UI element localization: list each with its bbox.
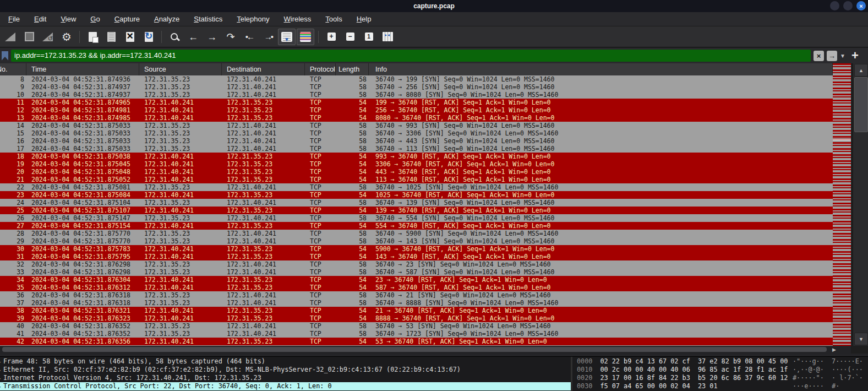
scroll-down-arrow[interactable]: ▼ — [854, 333, 868, 345]
packet-row[interactable]: 20 2024-03-04 04:52:31.875048 172.31.40.… — [0, 168, 833, 176]
capture-options-button[interactable] — [58, 29, 75, 45]
detail-line[interactable]: ▸Ethernet II, Src: 02:cf:37:e2:82:b9 (02… — [0, 366, 571, 374]
column-header-destination[interactable]: Destination — [222, 63, 305, 75]
colorize-button[interactable] — [297, 29, 314, 45]
stop-capture-button[interactable] — [20, 29, 38, 45]
intelligent-scrollbar-minimap[interactable] — [833, 63, 851, 346]
column-header-length[interactable]: Length — [336, 63, 369, 75]
packet-row[interactable]: 11 2024-03-04 04:52:31.874965 172.31.40.… — [0, 99, 833, 106]
menu-go[interactable]: Go — [83, 15, 107, 23]
packet-row[interactable]: 15 2024-03-04 04:52:31.875033 172.31.35.… — [0, 129, 833, 137]
filter-bookmark-icon[interactable] — [2, 51, 8, 61]
go-first-button[interactable] — [241, 29, 258, 45]
close-button[interactable]: × — [856, 1, 866, 10]
packet-row[interactable]: 42 2024-03-04 04:52:31.876356 172.31.40.… — [0, 338, 833, 345]
close-file-button[interactable] — [121, 29, 139, 45]
zoom-in-button[interactable] — [323, 29, 340, 45]
column-header-source[interactable]: Source — [139, 63, 222, 75]
go-last-button[interactable] — [259, 29, 277, 45]
packet-row[interactable]: 18 2024-03-04 04:52:31.875038 172.31.40.… — [0, 153, 833, 160]
packet-row[interactable]: 10 2024-03-04 04:52:31.874937 172.31.35.… — [0, 91, 833, 99]
menu-tools[interactable]: Tools — [318, 15, 349, 23]
go-back-button[interactable] — [184, 29, 202, 45]
scroll-right-arrow[interactable]: ▶ — [832, 346, 836, 353]
packet-row[interactable]: 33 2024-03-04 04:52:31.876298 172.31.35.… — [0, 268, 833, 276]
packet-row[interactable]: 12 2024-03-04 04:52:31.874981 172.31.40.… — [0, 106, 833, 114]
hex-row[interactable]: 0030f5 07 a4 65 00 00 02 04 23 01···e···… — [572, 382, 868, 390]
column-header-protocol[interactable]: Protocol — [305, 63, 336, 75]
column-header-info[interactable]: Info — [369, 63, 833, 75]
packet-row[interactable]: 38 2024-03-04 04:52:31.876321 172.31.40.… — [0, 307, 833, 314]
packet-row[interactable]: 41 2024-03-04 04:52:31.876352 172.31.35.… — [0, 330, 833, 338]
packet-row[interactable]: 14 2024-03-04 04:52:31.875033 172.31.35.… — [0, 122, 833, 129]
packet-row[interactable]: 30 2024-03-04 04:52:31.875783 172.31.40.… — [0, 245, 833, 253]
clear-filter-button[interactable]: × — [814, 51, 824, 61]
open-file-button[interactable] — [84, 29, 101, 45]
menu-analyze[interactable]: Analyze — [147, 15, 187, 23]
save-file-button[interactable] — [102, 29, 120, 45]
hex-row[interactable]: 001000 2c 00 00 40 00 40 06 96 85 ac 1f … — [572, 366, 868, 374]
menu-view[interactable]: View — [53, 15, 83, 23]
detail-line[interactable]: ▸Frame 48: 58 bytes on wire (464 bits), … — [0, 357, 571, 366]
horizontal-scrollbar-thumb[interactable] — [2, 347, 827, 352]
vertical-scrollbar[interactable]: ▲ ▼ — [853, 63, 868, 346]
packet-row[interactable]: 37 2024-03-04 04:52:31.876318 172.31.35.… — [0, 299, 833, 307]
packet-row[interactable]: 32 2024-03-04 04:52:31.876298 172.31.35.… — [0, 260, 833, 268]
menu-telephony[interactable]: Telephony — [230, 15, 276, 23]
column-header-no[interactable]: No. — [0, 63, 26, 75]
find-packet-button[interactable] — [166, 29, 183, 45]
menu-edit[interactable]: Edit — [27, 15, 53, 23]
packet-row[interactable]: 9 2024-03-04 04:52:31.874937 172.31.35.2… — [0, 83, 833, 91]
horizontal-scrollbar[interactable]: ▶ — [0, 346, 851, 354]
packet-row[interactable]: 21 2024-03-04 04:52:31.875052 172.31.40.… — [0, 176, 833, 183]
minimize-button[interactable] — [830, 1, 839, 10]
hex-row[interactable]: 000002 22 b9 c4 13 67 02 cf 37 e2 82 b9 … — [572, 357, 868, 366]
restart-capture-button[interactable] — [39, 29, 57, 45]
expand-arrow-icon[interactable]: ▸ — [0, 366, 3, 374]
expand-arrow-icon[interactable]: ▸ — [0, 358, 3, 366]
detail-line[interactable]: ▸Internet Protocol Version 4, Src: 172.3… — [0, 374, 571, 382]
reload-file-button[interactable] — [140, 29, 157, 45]
packet-row[interactable]: 39 2024-03-04 04:52:31.876323 172.31.40.… — [0, 314, 833, 322]
packet-row[interactable]: 17 2024-03-04 04:52:31.875033 172.31.35.… — [0, 145, 833, 153]
menu-help[interactable]: Help — [350, 15, 379, 23]
scroll-up-arrow[interactable]: ▲ — [854, 64, 868, 77]
menu-statistics[interactable]: Statistics — [187, 15, 230, 23]
maximize-button[interactable] — [843, 1, 853, 10]
go-forward-button[interactable] — [203, 29, 221, 45]
packet-row[interactable]: 29 2024-03-04 04:52:31.875770 172.31.35.… — [0, 237, 833, 245]
detail-line[interactable]: ▸Transmission Control Protocol, Src Port… — [0, 382, 571, 390]
zoom-original-button[interactable] — [360, 29, 378, 45]
packet-row[interactable]: 35 2024-03-04 04:52:31.876312 172.31.40.… — [0, 284, 833, 291]
packet-row[interactable]: 40 2024-03-04 04:52:31.876352 172.31.35.… — [0, 322, 833, 330]
packet-row[interactable]: 22 2024-03-04 04:52:31.875081 172.31.35.… — [0, 183, 833, 191]
packet-row[interactable]: 26 2024-03-04 04:52:31.875147 172.31.35.… — [0, 214, 833, 222]
auto-scroll-button[interactable] — [278, 29, 296, 45]
packet-row[interactable]: 24 2024-03-04 04:52:31.875104 172.31.35.… — [0, 199, 833, 207]
hex-row[interactable]: 002023 17 00 16 8f 84 22 b3 b5 20 6c 86 … — [572, 374, 868, 382]
expand-arrow-icon[interactable]: ▸ — [0, 383, 3, 390]
go-to-packet-button[interactable] — [222, 29, 239, 45]
zoom-out-button[interactable] — [341, 29, 359, 45]
packet-row[interactable]: 36 2024-03-04 04:52:31.876318 172.31.35.… — [0, 291, 833, 299]
packet-row[interactable]: 28 2024-03-04 04:52:31.875770 172.31.35.… — [0, 230, 833, 237]
packet-row[interactable]: 25 2024-03-04 04:52:31.875107 172.31.40.… — [0, 207, 833, 214]
menu-capture[interactable]: Capture — [107, 15, 147, 23]
packet-row[interactable]: 19 2024-03-04 04:52:31.875045 172.31.40.… — [0, 160, 833, 168]
packet-row[interactable]: 27 2024-03-04 04:52:31.875154 172.31.40.… — [0, 222, 833, 230]
packet-row[interactable]: 16 2024-03-04 04:52:31.875033 172.31.35.… — [0, 137, 833, 145]
packet-row[interactable]: 23 2024-03-04 04:52:31.875084 172.31.40.… — [0, 191, 833, 199]
add-filter-button[interactable]: + — [851, 50, 859, 61]
apply-filter-button[interactable]: → — [827, 51, 837, 61]
column-header-time[interactable]: Time — [26, 63, 139, 75]
display-filter-input[interactable]: ip.addr==172.31.35.23 && ip.addr==172.31… — [11, 50, 811, 62]
resize-columns-button[interactable] — [379, 29, 396, 45]
packet-row[interactable]: 13 2024-03-04 04:52:31.874985 172.31.40.… — [0, 114, 833, 122]
packet-row[interactable]: 31 2024-03-04 04:52:31.875795 172.31.40.… — [0, 253, 833, 260]
packet-row[interactable]: 8 2024-03-04 04:52:31.874936 172.31.35.2… — [0, 75, 833, 83]
expand-arrow-icon[interactable]: ▸ — [0, 374, 3, 382]
packet-row[interactable]: 34 2024-03-04 04:52:31.876304 172.31.40.… — [0, 276, 833, 284]
filter-dropdown-caret[interactable]: ▼ — [840, 53, 845, 59]
menu-wireless[interactable]: Wireless — [277, 15, 319, 23]
menu-file[interactable]: File — [1, 15, 27, 23]
